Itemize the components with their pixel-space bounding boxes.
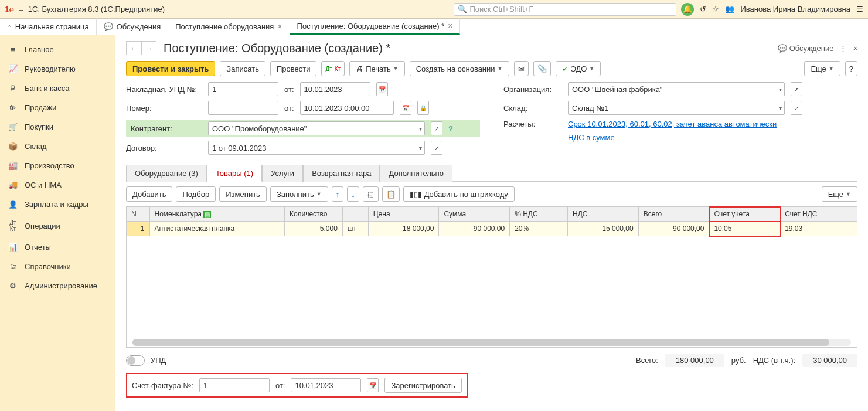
search-input[interactable]: 🔍 Поиск Ctrl+Shift+F bbox=[454, 3, 676, 16]
contractor-input[interactable]: ООО "Промоборудование" bbox=[208, 121, 425, 135]
open-icon[interactable]: ↗ bbox=[791, 82, 802, 96]
cell-unit[interactable]: шт bbox=[342, 222, 368, 236]
col-unit[interactable] bbox=[342, 207, 368, 222]
calendar-icon[interactable]: 📅 bbox=[376, 82, 388, 96]
col-vatpct[interactable]: % НДС bbox=[510, 207, 568, 222]
vat-link[interactable]: НДС в сумме bbox=[568, 133, 615, 142]
help-button[interactable]: ? bbox=[845, 61, 857, 76]
tab-discussions[interactable]: 💬 Обсуждения bbox=[97, 18, 169, 35]
upd-toggle[interactable] bbox=[126, 355, 145, 366]
user-icon[interactable]: 👥 bbox=[725, 5, 734, 13]
options-icon[interactable]: ⋮ bbox=[839, 44, 847, 53]
edit-button[interactable]: Изменить bbox=[219, 186, 267, 202]
cell-name[interactable]: Антистатическая планка bbox=[149, 222, 285, 236]
cell-vatacct[interactable]: 19.03 bbox=[780, 222, 857, 236]
tab-home[interactable]: ⌂ Начальная страница bbox=[0, 18, 97, 35]
open-icon[interactable]: ↗ bbox=[791, 101, 802, 115]
close-icon[interactable]: × bbox=[853, 44, 857, 53]
cell-sum[interactable]: 90 000,00 bbox=[439, 222, 510, 236]
sidebar-item-admin[interactable]: ⚙Администрирование bbox=[0, 276, 115, 295]
sidebar-item-main[interactable]: ≡Главное bbox=[0, 40, 115, 59]
sf-no-input[interactable]: 1 bbox=[199, 378, 270, 392]
subtab-services[interactable]: Услуги bbox=[262, 165, 303, 182]
tab-receipt-create[interactable]: Поступление: Оборудование (создание) * × bbox=[290, 18, 461, 35]
sidebar-item-manager[interactable]: 📈Руководителю bbox=[0, 59, 115, 79]
col-n[interactable]: N bbox=[127, 207, 150, 222]
table-row[interactable]: 1 Антистатическая планка 5,000 шт 18 000… bbox=[127, 222, 857, 236]
post-button[interactable]: Провести bbox=[270, 61, 317, 76]
sidebar-item-warehouse[interactable]: 📦Склад bbox=[0, 137, 115, 156]
calendar-icon[interactable]: 📅 bbox=[367, 378, 379, 392]
col-total[interactable]: Всего bbox=[638, 207, 709, 222]
grid-more-button[interactable]: Еще▼ bbox=[822, 186, 857, 202]
subtab-extra[interactable]: Дополнительно bbox=[380, 165, 452, 182]
col-vatacct[interactable]: Счет НДС bbox=[780, 207, 857, 222]
sidebar-item-bank[interactable]: ₽Банк и касса bbox=[0, 79, 115, 98]
move-down-button[interactable]: ↓ bbox=[347, 186, 359, 202]
tab-receipt-equipment[interactable]: Поступление оборудования × bbox=[168, 18, 290, 35]
cell-n[interactable]: 1 bbox=[127, 222, 150, 236]
print-button[interactable]: 🖨Печать▼ bbox=[349, 61, 405, 76]
horizontal-scrollbar[interactable] bbox=[132, 339, 851, 346]
create-based-button[interactable]: Создать на основании▼ bbox=[410, 61, 509, 76]
star-icon[interactable]: ☆ bbox=[712, 5, 719, 13]
col-acct[interactable]: Счет учета bbox=[709, 207, 780, 222]
sidebar-item-operations[interactable]: ДтКтОперации bbox=[0, 214, 115, 237]
cell-qty[interactable]: 5,000 bbox=[285, 222, 343, 236]
bell-icon[interactable]: 🔔 bbox=[681, 3, 694, 16]
col-sum[interactable]: Сумма bbox=[439, 207, 510, 222]
cell-total[interactable]: 90 000,00 bbox=[638, 222, 709, 236]
cell-acct[interactable]: 10.05 bbox=[709, 222, 780, 236]
cell-vat[interactable]: 15 000,00 bbox=[567, 222, 638, 236]
sf-date-input[interactable]: 10.01.2023 bbox=[291, 378, 361, 392]
date1-input[interactable]: 10.01.2023 bbox=[300, 82, 370, 96]
move-up-button[interactable]: ↑ bbox=[332, 186, 344, 202]
subtab-returnable[interactable]: Возвратная тара bbox=[303, 165, 380, 182]
sidebar-item-sales[interactable]: 🛍Продажи bbox=[0, 98, 115, 117]
close-icon[interactable]: × bbox=[277, 22, 282, 31]
contract-input[interactable]: 1 от 09.01.2023 bbox=[208, 141, 425, 155]
edo-button[interactable]: ✓ЭДО▼ bbox=[556, 61, 601, 76]
open-icon[interactable]: ↗ bbox=[431, 121, 442, 135]
col-vat[interactable]: НДС bbox=[567, 207, 638, 222]
sidebar-item-catalogs[interactable]: 🗂Справочники bbox=[0, 257, 115, 276]
date2-input[interactable]: 10.01.2023 0:00:00 bbox=[300, 101, 394, 115]
lock-icon[interactable]: 🔒 bbox=[417, 101, 429, 115]
dtct-button[interactable]: ДтКт bbox=[321, 61, 345, 76]
settings-icon[interactable]: ☰ bbox=[856, 5, 863, 13]
fill-button[interactable]: Заполнить▼ bbox=[270, 186, 328, 202]
nav-forward-button[interactable]: → bbox=[141, 41, 156, 55]
sidebar-item-reports[interactable]: 📊Отчеты bbox=[0, 237, 115, 257]
mail-button[interactable]: ✉ bbox=[514, 61, 529, 76]
discuss-button[interactable]: 💬 Обсуждение bbox=[778, 44, 833, 53]
history-icon[interactable]: ↺ bbox=[700, 5, 706, 13]
more-button[interactable]: Еще▼ bbox=[804, 61, 840, 76]
org-input[interactable]: ООО "Швейная фабрика" bbox=[568, 82, 785, 96]
help-icon[interactable]: ? bbox=[448, 124, 453, 133]
col-name[interactable]: Номенклатура ▤ bbox=[149, 207, 285, 222]
post-close-button[interactable]: Провести и закрыть bbox=[126, 61, 215, 76]
subtab-goods[interactable]: Товары (1) bbox=[207, 165, 262, 182]
col-price[interactable]: Цена bbox=[368, 207, 439, 222]
save-button[interactable]: Записать bbox=[220, 61, 265, 76]
calc-link[interactable]: Срок 10.01.2023, 60.01, 60.02, зачет ава… bbox=[568, 120, 777, 128]
scrollbar-thumb[interactable] bbox=[132, 339, 829, 346]
register-button[interactable]: Зарегистрировать bbox=[384, 378, 461, 393]
cell-vatpct[interactable]: 20% bbox=[510, 222, 568, 236]
attach-button[interactable]: 📎 bbox=[533, 61, 551, 76]
menu-icon[interactable]: ≡ bbox=[19, 5, 23, 13]
calendar-icon[interactable]: 📅 bbox=[400, 101, 411, 115]
add-button[interactable]: Добавить bbox=[126, 186, 172, 202]
nav-back-button[interactable]: ← bbox=[126, 41, 141, 55]
sidebar-item-salary[interactable]: 👤Зарплата и кадры bbox=[0, 195, 115, 214]
close-icon[interactable]: × bbox=[448, 21, 452, 30]
copy-button[interactable]: ⿻ bbox=[363, 186, 379, 202]
cell-price[interactable]: 18 000,00 bbox=[368, 222, 439, 236]
number-input[interactable] bbox=[208, 101, 278, 115]
select-button[interactable]: Подбор bbox=[176, 186, 216, 202]
user-name[interactable]: Иванова Ирина Владимировна bbox=[740, 5, 850, 13]
subtab-equipment[interactable]: Оборудование (3) bbox=[126, 165, 207, 182]
paste-button[interactable]: 📋 bbox=[382, 186, 400, 202]
barcode-button[interactable]: ▮▯▮Добавить по штрихкоду bbox=[403, 186, 515, 202]
invoice-no-input[interactable]: 1 bbox=[208, 82, 278, 96]
